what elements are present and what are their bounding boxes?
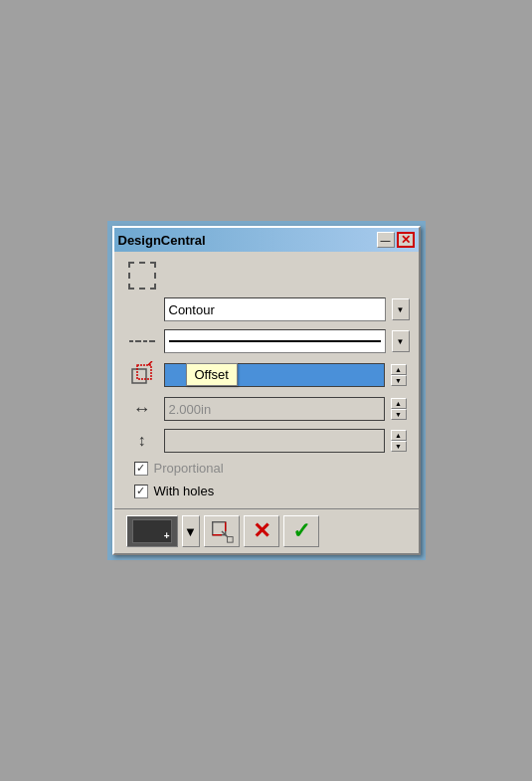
with-holes-checkbox[interactable]: ✓ [134,485,148,498]
proportional-row: ✓ Proportional [126,461,407,476]
proportional-label: Proportional [154,461,224,476]
line-preview [169,340,381,342]
contour-row: Contour ▼ [126,297,407,321]
width-spin-down[interactable]: ▼ [391,409,407,420]
width-icon-cell: ↔ [126,399,158,420]
width-input[interactable] [164,397,385,421]
preview-button[interactable]: + [126,515,178,547]
line-style-dropdown[interactable] [164,329,386,353]
svg-rect-0 [132,369,146,383]
window-title: DesignCentral [118,233,206,248]
width-icon: ↔ [133,399,151,420]
title-bar: DesignCentral — ✕ [114,228,419,252]
corner-tool-button[interactable] [204,515,240,547]
selection-icon [128,262,156,290]
contour-value: Contour [169,302,381,317]
offset-row: -0.050in ▲ ▼ Offset [126,361,407,389]
line-style-row: ▼ [126,329,407,353]
height-icon-cell: ↕ [126,432,158,450]
offset-spin-up[interactable]: ▲ [391,364,407,375]
height-spin: ▲ ▼ [391,430,407,452]
line-style-arrow[interactable]: ▼ [392,330,410,352]
contour-dropdown[interactable]: Contour [164,297,386,321]
panel-content: Contour ▼ ▼ [114,252,419,508]
confirm-button[interactable]: ✓ [283,515,319,547]
width-spin: ▲ ▼ [391,398,407,420]
preview-arrow-icon: ▼ [184,524,197,539]
icon-row [126,262,407,290]
offset-icon [128,361,156,389]
contour-dropdown-arrow[interactable]: ▼ [392,298,410,320]
preview-arrow-button[interactable]: ▼ [182,515,200,547]
line-style-icon [128,332,156,350]
title-buttons: — ✕ [377,232,415,248]
dashed-rect-icon-cell [126,262,158,290]
height-spin-up[interactable]: ▲ [391,430,407,441]
height-spin-down[interactable]: ▼ [391,441,407,452]
width-row: ↔ ▲ ▼ [126,397,407,421]
with-holes-row: ✓ With holes [126,484,407,498]
with-holes-label: With holes [154,484,215,498]
width-spin-up[interactable]: ▲ [391,398,407,409]
bottom-toolbar: + ▼ ✕ ✓ [114,508,419,553]
corner-tool-icon [209,517,235,545]
line-style-icon-cell [126,332,158,350]
svg-rect-5 [227,537,233,543]
proportional-checkbox[interactable]: ✓ [134,462,148,476]
offset-tooltip: Offset [186,363,238,386]
confirm-icon: ✓ [292,518,310,544]
close-button[interactable]: ✕ [397,232,415,248]
offset-icon-cell [126,361,158,389]
height-input[interactable]: 2.000in [164,429,385,453]
svg-rect-1 [137,365,151,379]
preview-thumbnail: + [132,519,172,543]
offset-spin: ▲ ▼ [391,364,407,386]
design-central-window: DesignCentral — ✕ Contour ▼ [112,226,421,555]
minimize-button[interactable]: — [377,232,395,248]
offset-spin-down[interactable]: ▼ [391,375,407,386]
height-row: ↕ 2.000in ▲ ▼ [126,429,407,453]
cancel-icon: ✕ [253,518,270,544]
height-icon: ↕ [138,432,146,450]
cancel-button[interactable]: ✕ [244,515,279,547]
